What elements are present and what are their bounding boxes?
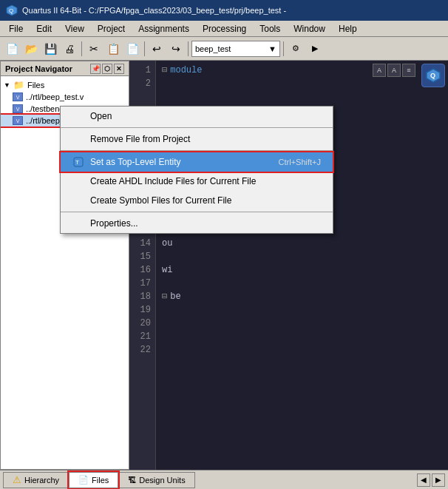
remove-icon	[72, 133, 84, 145]
editor-btn1[interactable]: A	[373, 64, 386, 77]
menu-processing[interactable]: Processing	[197, 22, 252, 36]
menu-assignments[interactable]: Assignments	[132, 22, 195, 36]
code-line-19	[162, 303, 202, 317]
navigator-icon[interactable]: Q	[421, 64, 445, 87]
ahdl-icon	[72, 175, 84, 187]
toolbar-cut[interactable]: ✂	[85, 40, 103, 58]
ctx-remove-label: Remove File from Project	[90, 134, 190, 144]
toolbar-sep3	[188, 41, 189, 56]
tab-nav-next[interactable]: ▶	[432, 473, 445, 487]
ctx-item-properties[interactable]: Properties...	[61, 214, 333, 233]
editor-btn3[interactable]: ≡	[402, 64, 415, 77]
toolbar-extra1[interactable]: ⚙	[287, 40, 305, 58]
properties-icon	[72, 217, 84, 229]
tab-design-units[interactable]: 🏗 Design Units	[118, 472, 194, 488]
panel-header: Project Navigator 📌 ⬡ ✕	[1, 61, 129, 76]
ctx-item-symbol[interactable]: Create Symbol Files for Current File	[61, 191, 333, 210]
context-menu: Open Remove File from Project T Set as T…	[60, 106, 333, 234]
code-line-15	[162, 250, 202, 263]
tab-design-units-label: Design Units	[139, 476, 185, 485]
fold-18-icon[interactable]: ⊟	[162, 290, 167, 303]
panel-title: Project Navigator	[5, 64, 72, 73]
open-icon	[72, 110, 84, 122]
ctx-open-label: Open	[90, 111, 112, 121]
project-navigator-panel: Project Navigator 📌 ⬡ ✕ ▼ 📁 Files V ../r…	[0, 61, 129, 470]
tree-item-beep-test[interactable]: V ../rtl/beep_test.v	[1, 91, 129, 103]
code-line-1: module	[170, 64, 202, 77]
code-line-17	[162, 277, 202, 290]
tree-root-files[interactable]: ▼ 📁 Files	[1, 79, 129, 91]
menu-help[interactable]: Help	[333, 22, 363, 36]
toolbar-save[interactable]: 💾	[41, 40, 59, 58]
tree-root-label: Files	[27, 81, 44, 90]
toolbar-extra2[interactable]: ▶	[306, 40, 324, 58]
menu-bar: File Edit View Project Assignments Proce…	[0, 21, 448, 37]
tab-hierarchy[interactable]: ⚠ Hierarchy	[3, 472, 69, 488]
code-line-20	[162, 317, 202, 330]
code-line-21	[162, 330, 202, 343]
top-level-icon: T	[72, 156, 84, 168]
fold-1-icon[interactable]: ⊟	[162, 64, 167, 77]
toolbar-redo[interactable]: ↪	[167, 40, 185, 58]
menu-project[interactable]: Project	[92, 22, 131, 36]
code-line-2	[162, 77, 202, 90]
code-line-18: be	[170, 290, 180, 303]
toolbar-new[interactable]: 📄	[3, 40, 21, 58]
ctx-sep2	[61, 150, 333, 151]
code-line-14: ou	[162, 238, 172, 249]
title-bar: Q Quartus II 64-Bit - C:/FPGA/fpga_class…	[0, 0, 448, 21]
ctx-item-top-level[interactable]: T Set as Top-Level Entity Ctrl+Shift+J	[61, 152, 333, 172]
dropdown-arrow-icon: ▼	[268, 44, 276, 53]
toolbar-sep1	[81, 41, 82, 56]
warning-icon: ⚠	[13, 474, 21, 485]
ctx-item-ahdl[interactable]: Create AHDL Include Files for Current Fi…	[61, 172, 333, 191]
svg-text:T: T	[75, 159, 79, 166]
code-line-16: wi	[162, 265, 172, 275]
folder-expand-icon: ▼	[4, 81, 10, 89]
bottom-bar: ⚠ Hierarchy 📄 Files 🏗 Design Units ◀ ▶	[0, 470, 448, 489]
menu-file[interactable]: File	[3, 22, 29, 36]
window-title: Quartus II 64-Bit - C:/FPGA/fpga_class20…	[22, 6, 442, 15]
panel-close-btn[interactable]: ✕	[114, 64, 124, 74]
file-icon-1: V	[13, 92, 23, 101]
ctx-ahdl-label: Create AHDL Include Files for Current Fi…	[90, 176, 256, 186]
panel-controls: 📌 ⬡ ✕	[90, 64, 124, 74]
editor-btn2[interactable]: A	[387, 64, 401, 77]
tree-item-label-1: ../rtl/beep_test.v	[26, 92, 84, 101]
toolbar-undo[interactable]: ↩	[148, 40, 166, 58]
toolbar-paste[interactable]: 📄	[123, 40, 141, 58]
code-line-22	[162, 343, 202, 357]
svg-text:Q: Q	[9, 7, 13, 14]
project-dropdown[interactable]: beep_test ▼	[191, 41, 280, 57]
menu-view[interactable]: View	[59, 22, 90, 36]
file-icon-3: V	[13, 116, 23, 125]
ctx-top-label: Set as Top-Level Entity	[90, 157, 181, 167]
ctx-item-remove[interactable]: Remove File from Project	[61, 129, 333, 149]
menu-window[interactable]: Window	[288, 22, 331, 36]
toolbar: 📄 📂 💾 🖨 ✂ 📋 📄 ↩ ↪ beep_test ▼ ⚙ ▶	[0, 37, 448, 61]
ctx-top-shortcut: Ctrl+Shift+J	[279, 158, 321, 166]
svg-text:Q: Q	[430, 72, 435, 79]
ctx-symbol-label: Create Symbol Files for Current File	[90, 195, 231, 206]
design-units-icon: 🏗	[128, 476, 136, 485]
symbol-icon	[72, 195, 84, 206]
ctx-item-open[interactable]: Open	[61, 107, 333, 126]
toolbar-copy[interactable]: 📋	[104, 40, 122, 58]
tab-files-label: Files	[92, 476, 109, 485]
folder-icon: 📁	[13, 80, 24, 90]
toolbar-open[interactable]: 📂	[22, 40, 40, 58]
toolbar-sep2	[144, 41, 145, 56]
menu-edit[interactable]: Edit	[30, 22, 58, 36]
main-layout: Project Navigator 📌 ⬡ ✕ ▼ 📁 Files V ../r…	[0, 61, 448, 470]
tab-files[interactable]: 📄 Files	[69, 472, 118, 488]
ctx-props-label: Properties...	[90, 218, 138, 229]
files-tab-icon: 📄	[78, 475, 89, 485]
panel-pin-btn[interactable]: 📌	[90, 64, 101, 74]
tab-hierarchy-label: Hierarchy	[24, 476, 59, 485]
toolbar-sep4	[283, 41, 284, 56]
panel-float-btn[interactable]: ⬡	[102, 64, 112, 74]
toolbar-btn4[interactable]: 🖨	[61, 40, 78, 58]
ctx-sep1	[61, 127, 333, 128]
menu-tools[interactable]: Tools	[254, 22, 286, 36]
tab-nav-prev[interactable]: ◀	[417, 473, 430, 487]
